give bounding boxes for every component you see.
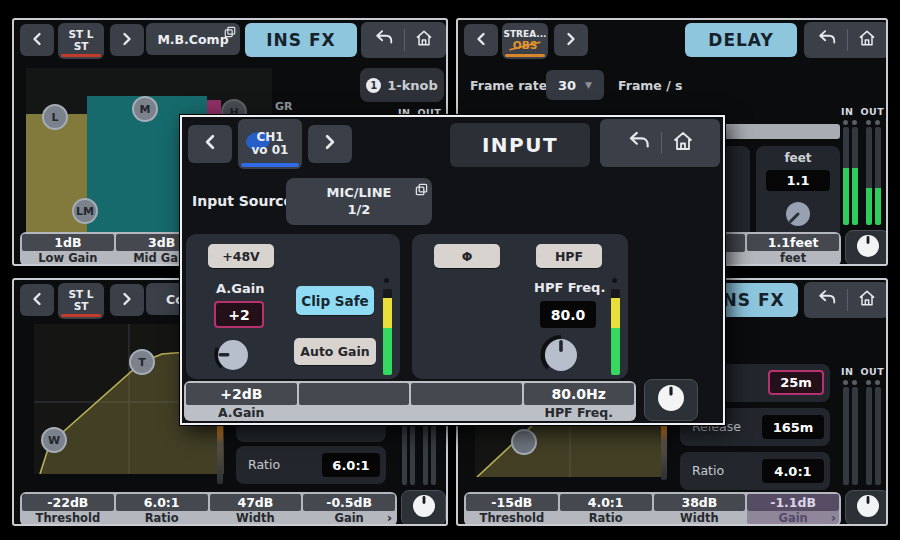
nav-box	[804, 282, 888, 318]
width-handle[interactable]: W	[41, 427, 67, 453]
hpf-button[interactable]: HPF	[536, 244, 602, 268]
dialog-title: INPUT	[450, 123, 590, 167]
chevron-right-icon	[120, 291, 134, 310]
low-band-handle[interactable]: L	[42, 104, 68, 130]
meter-peak-dot	[843, 380, 848, 385]
frame-rate-unit: Frame / s	[618, 78, 683, 93]
footer-param-threshold[interactable]: -15dBThreshold	[466, 494, 558, 524]
touch-knob-button[interactable]	[845, 230, 888, 266]
back-icon[interactable]	[626, 129, 652, 157]
footer-param-ratio[interactable]: 4.0:1Ratio	[560, 494, 652, 524]
chevron-right-icon	[120, 31, 134, 50]
input-dialog: CH1 vo 01 INPUT Input Source MIC/LINE 1/…	[180, 115, 725, 425]
threshold-handle[interactable]: T	[129, 349, 155, 375]
channel-select-button[interactable]: CH1 vo 01	[238, 119, 302, 169]
meter-labels: INOUT	[841, 366, 884, 377]
meter-peak-dot	[612, 278, 617, 283]
channel-select-button[interactable]: STREA... OBS	[502, 23, 548, 59]
touch-knob-button[interactable]	[644, 379, 698, 421]
hpf-freq-value[interactable]: 80.0	[540, 301, 596, 328]
plugin-select-button[interactable]: M.B.Comp	[146, 23, 240, 55]
more-params-chevron-icon[interactable]: ›	[831, 510, 836, 525]
footer-param-2[interactable]	[299, 383, 410, 419]
back-icon[interactable]	[816, 28, 838, 52]
more-params-chevron-icon[interactable]: ›	[387, 510, 392, 525]
prev-channel-button[interactable]	[188, 125, 232, 163]
home-icon[interactable]	[857, 28, 877, 52]
ratio-label: Ratio	[692, 463, 724, 478]
again-value[interactable]: +2	[214, 301, 264, 328]
ratio-value[interactable]: 4.0:1	[762, 459, 824, 483]
next-channel-button[interactable]	[110, 24, 144, 56]
footer-param-gain-selected[interactable]: -1.1dBGain	[747, 494, 839, 524]
home-icon[interactable]	[857, 288, 877, 312]
prev-channel-button[interactable]	[464, 24, 498, 56]
clip-safe-button[interactable]: Clip Safe	[296, 286, 374, 315]
ratio-value[interactable]: 6.0:1	[322, 453, 380, 477]
release-value[interactable]: 165m	[762, 415, 824, 439]
meter-peak-dot	[875, 120, 880, 125]
meter-peak-dot	[852, 120, 857, 125]
frame-rate-dropdown[interactable]: 30 ▼	[546, 70, 604, 100]
lowmid-band-handle[interactable]: LM	[72, 198, 98, 224]
home-icon[interactable]	[671, 129, 695, 157]
hpf-freq-knob[interactable]	[536, 330, 586, 384]
channel-select-button[interactable]: ST L ST	[58, 283, 104, 319]
back-icon[interactable]	[373, 28, 395, 52]
in-meter	[843, 387, 849, 485]
meter-peak-dot	[875, 380, 880, 385]
mid-band-handle[interactable]: M	[132, 96, 158, 122]
home-icon[interactable]	[414, 28, 434, 52]
knob-icon	[855, 233, 881, 263]
touch-knob-button[interactable]	[401, 490, 446, 526]
channel-color-bar	[61, 314, 101, 317]
touch-knob-button[interactable]	[845, 490, 888, 526]
curve-handle[interactable]	[511, 429, 537, 455]
feet-knob[interactable]	[782, 198, 814, 234]
footer-param-again[interactable]: +2dBA.Gain	[186, 383, 297, 419]
channel-color-bar	[505, 54, 545, 57]
next-channel-button[interactable]	[308, 125, 352, 163]
next-channel-button[interactable]	[554, 24, 588, 56]
feet-value[interactable]: 1.1	[766, 170, 830, 191]
hpf-group: Φ HPF HPF Freq. 80.0	[412, 234, 628, 379]
footer-param-threshold[interactable]: -22dBThreshold	[22, 494, 114, 524]
channel-select-button[interactable]: ST L ST	[58, 23, 104, 59]
footer-param-lowgain[interactable]: 1dBLow Gain	[22, 234, 114, 264]
knob-icon	[411, 493, 437, 523]
meter-peak-dot	[384, 278, 389, 283]
meter-labels: INOUT	[841, 106, 884, 117]
footer-param-delaytime[interactable]: 1.1feetfeet	[747, 234, 839, 264]
knob-icon	[656, 383, 686, 417]
footer-param-ratio[interactable]: 6.0:1Ratio	[116, 494, 208, 524]
footer-param-hpffreq[interactable]: 80.0HzHPF Freq.	[524, 383, 635, 419]
footer-param-gain[interactable]: -0.5dBGain	[303, 494, 395, 524]
footer-param-3[interactable]	[411, 383, 522, 419]
phantom-48v-button[interactable]: +48V	[208, 244, 274, 268]
input-level-meter	[383, 289, 392, 375]
out-meter	[866, 127, 872, 225]
ratio-label: Ratio	[248, 457, 280, 472]
in-meter	[843, 127, 849, 225]
channel-color-bar	[61, 54, 101, 57]
again-knob[interactable]	[210, 332, 256, 382]
param-footer: -15dBThreshold 4.0:1Ratio 38dBWidth -1.1…	[464, 492, 841, 526]
auto-gain-button[interactable]: Auto Gain	[294, 338, 376, 365]
input-source-button[interactable]: MIC/LINE 1/2	[286, 178, 432, 225]
ratio-row[interactable]: Ratio 6.0:1	[236, 446, 386, 484]
prev-channel-button[interactable]	[20, 284, 54, 316]
frame-rate-label: Frame rate	[470, 78, 547, 93]
nav-box	[600, 119, 720, 167]
back-icon[interactable]	[816, 288, 838, 312]
attack-value[interactable]: 25m	[768, 370, 824, 395]
footer-param-width[interactable]: 47dBWidth	[210, 494, 302, 524]
ratio-row[interactable]: Ratio 4.0:1	[680, 452, 830, 490]
phase-button[interactable]: Φ	[434, 244, 500, 268]
footer-param-width[interactable]: 38dBWidth	[654, 494, 746, 524]
prev-channel-button[interactable]	[20, 24, 54, 56]
nav-box	[804, 22, 888, 58]
one-knob-button[interactable]: 1 1-knob	[360, 68, 444, 102]
next-channel-button[interactable]	[110, 284, 144, 316]
headamp-group: +48V A.Gain +2 Clip Safe Auto Gain	[186, 234, 400, 379]
gr-meter-label: GR	[275, 100, 293, 113]
